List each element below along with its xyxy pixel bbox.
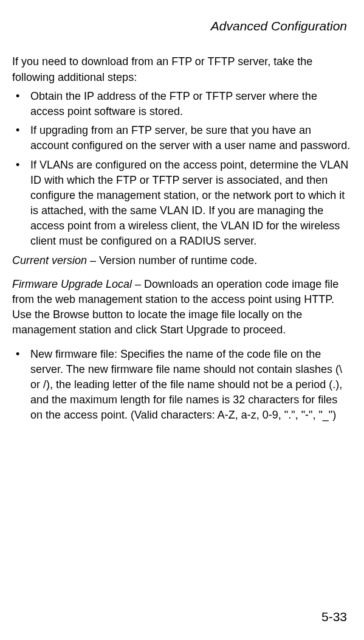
page-header: Advanced Configuration bbox=[12, 17, 352, 35]
bullet-icon: • bbox=[12, 123, 30, 153]
list-item: • New firmware file: Specifies the name … bbox=[12, 347, 352, 423]
header-title: Advanced Configuration bbox=[211, 19, 347, 33]
list-item: • Obtain the IP address of the FTP or TF… bbox=[12, 89, 352, 119]
bullet-text: If VLANs are configured on the access po… bbox=[30, 158, 352, 249]
current-version-rest: – Version number of runtime code. bbox=[87, 254, 257, 266]
current-version-paragraph: Current version – Version number of runt… bbox=[12, 253, 352, 268]
bullet-text: If upgrading from an FTP server, be sure… bbox=[30, 123, 352, 153]
list-item: • If upgrading from an FTP server, be su… bbox=[12, 123, 352, 153]
page-number: 5-33 bbox=[321, 608, 347, 625]
bullet-text: Obtain the IP address of the FTP or TFTP… bbox=[30, 89, 352, 119]
bullet-icon: • bbox=[12, 347, 30, 423]
firmware-upgrade-lead: Firmware Upgrade Local bbox=[12, 278, 132, 290]
bullet-list-2: • New firmware file: Specifies the name … bbox=[12, 347, 352, 423]
bullet-icon: • bbox=[12, 89, 30, 119]
firmware-upgrade-paragraph: Firmware Upgrade Local – Downloads an op… bbox=[12, 277, 352, 338]
list-item: • If VLANs are configured on the access … bbox=[12, 158, 352, 249]
current-version-lead: Current version bbox=[12, 254, 87, 266]
bullet-list-1: • Obtain the IP address of the FTP or TF… bbox=[12, 89, 352, 249]
intro-paragraph: If you need to download from an FTP or T… bbox=[12, 54, 352, 85]
bullet-text: New firmware file: Specifies the name of… bbox=[30, 347, 352, 423]
bullet-icon: • bbox=[12, 158, 30, 249]
